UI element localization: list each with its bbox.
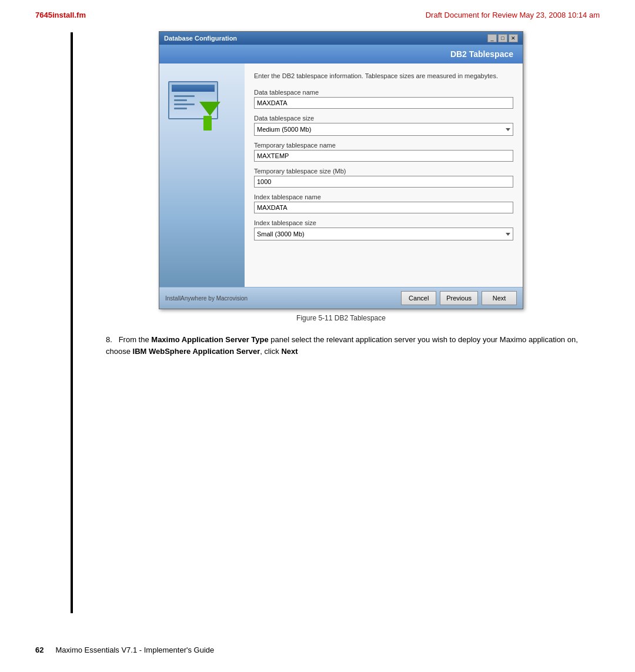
data-tablespace-name-label: Data tablespace name	[254, 89, 513, 96]
icon-line-1	[174, 95, 195, 97]
temp-tablespace-size-input[interactable]	[254, 176, 513, 188]
data-tablespace-name-row: Data tablespace name	[254, 89, 513, 109]
dialog-form-panel: Enter the DB2 tablespace information. Ta…	[245, 63, 523, 287]
next-button[interactable]: Next	[482, 291, 517, 305]
database-config-dialog: Database Configuration _ □ ✕ DB2 Tablesp…	[159, 31, 523, 309]
data-tablespace-size-row: Data tablespace size Medium (5000 Mb) Sm…	[254, 115, 513, 136]
close-button[interactable]: ✕	[509, 34, 518, 42]
dialog-footer: InstallAnywhere by Macrovision Cancel Pr…	[159, 287, 523, 309]
index-tablespace-name-label: Index tablespace name	[254, 193, 513, 200]
icon-line-3	[174, 103, 195, 105]
previous-button[interactable]: Previous	[440, 291, 478, 305]
dialog-header-band: DB2 Tablespace	[159, 45, 523, 63]
data-tablespace-size-label: Data tablespace size	[254, 115, 513, 122]
main-content: Database Configuration _ □ ✕ DB2 Tablesp…	[0, 25, 635, 369]
dialog-left-panel	[159, 63, 245, 287]
arrow-body	[203, 116, 212, 131]
maximize-button[interactable]: □	[498, 34, 507, 42]
index-tablespace-size-row: Index tablespace size Small (3000 Mb) Me…	[254, 219, 513, 240]
body-text-step8: 8. From the Maximo Application Server Ty…	[94, 334, 600, 357]
index-tablespace-size-select-wrapper: Small (3000 Mb) Medium (5000 Mb) Large (…	[254, 228, 513, 240]
filename-header: 7645install.fm	[35, 11, 86, 19]
footer-buttons: Cancel Previous Next	[401, 291, 517, 305]
cancel-button[interactable]: Cancel	[401, 291, 436, 305]
page-footer: 62 Maximo Essentials V7.1 - Implementer'…	[35, 646, 600, 654]
data-tablespace-name-input[interactable]	[254, 97, 513, 109]
figure-caption: Figure 5-11 DB2 Tablespace	[159, 314, 523, 322]
dialog-section-title: DB2 Tablespace	[450, 49, 513, 59]
data-tablespace-size-select-wrapper: Medium (5000 Mb) Small (3000 Mb) Large (…	[254, 123, 513, 136]
dialog-body: Enter the DB2 tablespace information. Ta…	[159, 63, 523, 287]
footer-page-text: Maximo Essentials V7.1 - Implementer's G…	[55, 646, 214, 654]
green-arrow-icon	[199, 102, 216, 128]
index-tablespace-size-label: Index tablespace size	[254, 219, 513, 226]
temp-tablespace-size-label: Temporary tablespace size (Mb)	[254, 168, 513, 175]
left-vertical-bar	[71, 32, 73, 613]
temp-tablespace-name-row: Temporary tablespace name	[254, 142, 513, 162]
temp-tablespace-size-row: Temporary tablespace size (Mb)	[254, 168, 513, 188]
form-description: Enter the DB2 tablespace information. Ta…	[254, 72, 513, 81]
index-tablespace-name-input[interactable]	[254, 202, 513, 213]
icon-line-2	[174, 99, 187, 101]
bold-next: Next	[281, 347, 298, 356]
index-tablespace-size-select[interactable]: Small (3000 Mb) Medium (5000 Mb) Large (…	[254, 228, 513, 240]
dialog-title-controls: _ □ ✕	[487, 34, 518, 42]
bold-ibm-websphere: IBM WebSphere Application Server	[133, 347, 260, 356]
draft-header: Draft Document for Review May 23, 2008 1…	[426, 11, 600, 19]
temp-tablespace-name-label: Temporary tablespace name	[254, 142, 513, 149]
bold-app-server-type: Maximo Application Server Type	[151, 335, 268, 344]
page-header: 7645install.fm Draft Document for Review…	[0, 0, 635, 25]
install-anywhere-label: InstallAnywhere by Macrovision	[165, 295, 248, 302]
icon-line-4	[174, 108, 187, 109]
index-tablespace-name-row: Index tablespace name	[254, 193, 513, 213]
step-number: 8.	[106, 335, 112, 344]
icon-lines	[174, 95, 195, 112]
minimize-button[interactable]: _	[487, 34, 497, 42]
arrow-head	[199, 102, 220, 116]
page-number: 62	[35, 646, 44, 654]
dialog-title: Database Configuration	[164, 35, 237, 42]
dialog-titlebar: Database Configuration _ □ ✕	[159, 32, 523, 45]
temp-tablespace-name-input[interactable]	[254, 150, 513, 162]
data-tablespace-size-select[interactable]: Medium (5000 Mb) Small (3000 Mb) Large (…	[254, 123, 513, 136]
